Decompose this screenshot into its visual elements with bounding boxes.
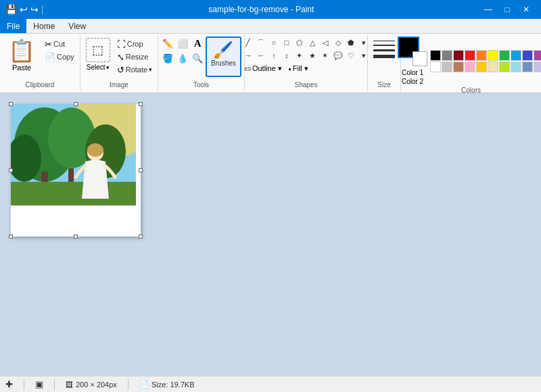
callout-shape[interactable]: 💬 [332, 49, 344, 62]
color-green[interactable] [499, 50, 510, 61]
star4-shape[interactable]: ✦ [293, 49, 306, 62]
menu-view[interactable]: View [62, 19, 93, 33]
handle-bc[interactable] [74, 235, 78, 239]
handle-br[interactable] [139, 235, 143, 239]
size-thin[interactable] [373, 41, 395, 41]
star6-shape[interactable]: ✶ [319, 49, 331, 62]
color-lime[interactable] [499, 62, 510, 72]
arrow-4-shape[interactable]: ↕ [281, 49, 293, 62]
color-red[interactable] [465, 50, 475, 61]
status-layers[interactable]: ▣ [35, 379, 43, 389]
dimensions-icon: 🖼 [66, 381, 73, 389]
select-button[interactable]: ⬚ [86, 38, 110, 62]
color-picker-tool[interactable]: 💧 [176, 51, 189, 65]
window-title: sample-for-bg-remove - Paint [48, 5, 475, 14]
oval-shape[interactable]: ○ [268, 36, 280, 49]
copy-button[interactable]: 📄 Copy [42, 51, 77, 63]
size-thick[interactable] [373, 49, 395, 51]
document-canvas[interactable] [11, 104, 141, 237]
handle-mr[interactable] [139, 168, 143, 172]
title-bar-quick-access[interactable]: 💾 ↩ ↪ | [5, 4, 44, 15]
ribbon-size: Size [368, 35, 401, 91]
colors-content: Color 1 Color 2 [398, 36, 541, 85]
cut-label: Cut [53, 40, 65, 48]
color-steelblue[interactable] [522, 62, 533, 72]
handle-tr[interactable] [139, 102, 143, 106]
color-white[interactable] [430, 62, 441, 72]
line-shape[interactable]: ╱ [242, 36, 254, 49]
fill-tool[interactable]: 🪣 [161, 51, 174, 65]
size-xthick[interactable] [373, 55, 395, 58]
paste-button[interactable]: 📋 Paste [3, 36, 41, 77]
window-controls[interactable]: — □ ✕ [479, 0, 536, 19]
shapes-row1: ╱ ⌒ ○ □ ⬠ △ ◁ ◇ ⬟ ▾ [242, 36, 370, 49]
menu-home[interactable]: Home [26, 19, 62, 33]
pencil-tool[interactable]: ✏️ [161, 36, 174, 50]
arrow-right-shape[interactable]: → [242, 49, 254, 62]
color-black[interactable] [430, 50, 441, 61]
status-new[interactable]: ✚ [5, 379, 13, 389]
rtriangle-shape[interactable]: ◁ [319, 36, 331, 49]
poly-shape[interactable]: ⬠ [293, 36, 306, 49]
heart-shape[interactable]: ♡ [345, 49, 357, 62]
curve-shape[interactable]: ⌒ [255, 36, 267, 49]
redo-icon[interactable]: ↪ [30, 4, 39, 15]
copy-icon: 📄 [45, 52, 55, 62]
eraser-tool[interactable]: ⬜ [176, 36, 189, 50]
canvas-area[interactable] [0, 93, 541, 376]
pentagon-shape[interactable]: ⬟ [345, 36, 357, 49]
rect-shape[interactable]: □ [281, 36, 293, 49]
clipboard-content: 📋 Paste ✂ Cut 📄 Copy [3, 36, 77, 80]
magnify-tool[interactable]: 🔍 [191, 51, 204, 65]
color-pink[interactable] [465, 62, 475, 72]
rotate-button[interactable]: ↺ Rotate ▾ [114, 64, 155, 76]
crop-button[interactable]: ⛶ Crop [114, 38, 155, 50]
color-brown[interactable] [453, 62, 464, 72]
fill-button[interactable]: ▪ Fill ▾ [287, 64, 310, 74]
undo-icon[interactable]: ↩ [20, 4, 28, 15]
menu-file[interactable]: File [0, 19, 26, 33]
diamond-shape[interactable]: ◇ [332, 36, 344, 49]
size-medium[interactable] [373, 45, 395, 46]
color-cream[interactable] [488, 62, 498, 72]
maximize-button[interactable]: □ [498, 0, 517, 19]
outline-button[interactable]: ▭ Outline ▾ [242, 64, 284, 74]
brushes-button[interactable]: 🖌️ Brushes [206, 36, 241, 77]
color1-container: Color 1 Color 2 [398, 36, 427, 85]
minimize-button[interactable]: — [479, 0, 498, 19]
close-button[interactable]: ✕ [517, 0, 536, 19]
handle-tl[interactable] [9, 102, 13, 106]
size-file-icon: 📄 [139, 380, 149, 389]
select-label-row[interactable]: Select ▾ [87, 64, 110, 71]
color-blue[interactable] [511, 50, 521, 61]
resize-button[interactable]: ⤡ Resize [114, 51, 155, 63]
color-labels: Color 1 [402, 69, 423, 76]
cut-button[interactable]: ✂ Cut [42, 38, 77, 50]
triangle-shape[interactable]: △ [306, 36, 319, 49]
color2-box[interactable] [413, 51, 427, 66]
save-icon[interactable]: 💾 [5, 4, 17, 15]
handle-ml[interactable] [9, 168, 13, 172]
color-lightblue[interactable] [511, 62, 521, 72]
text-tool[interactable]: A [191, 36, 204, 50]
arrow-up-shape[interactable]: ↑ [268, 49, 280, 62]
select-area: ⬚ Select ▾ [83, 36, 113, 72]
size-lines [371, 36, 398, 62]
select-icon: ⬚ [92, 43, 103, 57]
star5-shape[interactable]: ★ [306, 49, 319, 62]
copy-label: Copy [57, 53, 74, 61]
color-darkred[interactable] [453, 50, 464, 61]
color-orange[interactable] [476, 50, 487, 61]
arrow-left-shape[interactable]: ← [255, 49, 267, 62]
document-image [11, 104, 136, 205]
color-gray[interactable] [442, 50, 452, 61]
handle-tc[interactable] [74, 102, 78, 106]
color-yellow[interactable] [488, 50, 498, 61]
paste-icon: 📋 [8, 38, 35, 64]
color-darkblue[interactable] [522, 50, 533, 61]
color-lightgray[interactable] [442, 62, 452, 72]
color-gold[interactable] [476, 62, 487, 72]
handle-bl[interactable] [9, 235, 13, 239]
color-purple[interactable] [534, 50, 541, 61]
color-lavender[interactable] [534, 62, 541, 72]
